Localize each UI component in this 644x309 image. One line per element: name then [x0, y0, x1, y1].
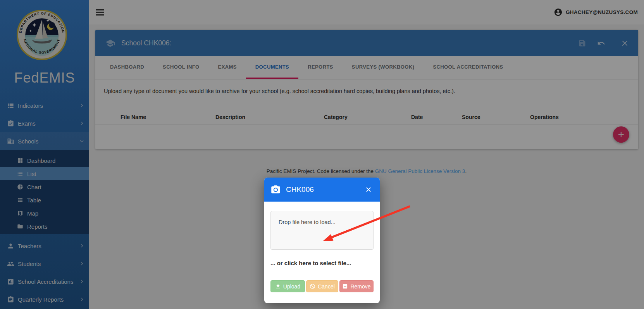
remove-button-label: Remove — [350, 283, 370, 290]
cancel-button-label: Cancel — [318, 283, 335, 290]
ban-icon — [310, 283, 315, 289]
select-file-hint[interactable]: ... or click here to select file... — [270, 260, 374, 266]
modal-close-icon[interactable] — [365, 186, 372, 193]
upload-modal-body: Drop file here to load... ... or click h… — [264, 202, 380, 292]
camera-icon — [270, 185, 281, 195]
remove-button[interactable]: Remove — [339, 280, 374, 292]
modal-button-row: Upload Cancel Remove — [270, 280, 374, 292]
minus-square-icon — [342, 283, 348, 289]
modal-title: CHK006 — [286, 185, 314, 194]
cancel-button[interactable]: Cancel — [306, 280, 338, 292]
dropzone-text: Drop file here to load... — [279, 219, 336, 225]
upload-icon — [275, 283, 281, 289]
upload-modal-header: CHK006 — [264, 178, 380, 202]
fedemis-app: DEPARTMENT OF EDUCATION NATIONAL GOVERNM… — [0, 0, 644, 309]
upload-photo-modal: CHK006 Drop file here to load... ... or … — [264, 178, 380, 303]
file-dropzone[interactable]: Drop file here to load... — [270, 211, 374, 250]
upload-button-label: Upload — [283, 283, 300, 290]
upload-button[interactable]: Upload — [270, 280, 305, 292]
